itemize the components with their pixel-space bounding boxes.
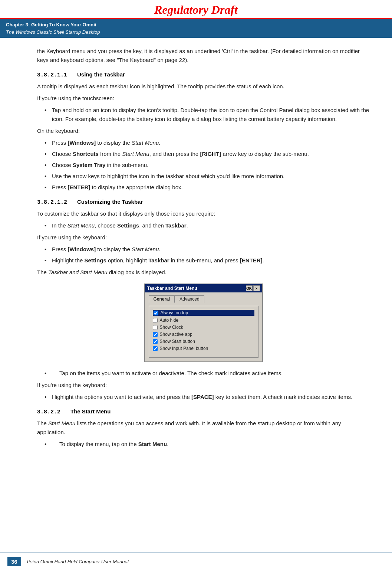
after-dialog-bullets-2: Highlight the options you want to activa…	[45, 393, 370, 402]
section-3823-title: The Start Menu	[70, 408, 111, 415]
section-3823-heading: 3.8.2.2 The Start Menu	[37, 408, 370, 415]
section-3822-para3: The Taskbar and Start Menu dialog box is…	[37, 268, 370, 277]
dialog-container: Taskbar and Start Menu OK × General Adva…	[37, 284, 370, 362]
dialog-body: General Advanced Always on top Auto hide…	[145, 292, 262, 361]
checkbox-show-start-button[interactable]	[153, 339, 158, 344]
bullet-3822-1: In the Start Menu, choose Settings, and …	[45, 221, 370, 230]
section-3822-title: Customizing the Taskbar	[77, 199, 143, 205]
checkbox-label-3: Show Clock	[160, 325, 183, 330]
section-3821-para2: If you're using the touchscreen:	[37, 94, 370, 103]
section-3821-bullets-keyboard: Press [Windows] to display the Start Men…	[45, 138, 370, 192]
page-footer: 36 Psion Omnii Hand-Held Computer User M…	[0, 553, 392, 570]
checkbox-show-input-panel[interactable]	[153, 346, 158, 351]
section-3822-heading: 3.8.2.1.2 Customizing the Taskbar	[37, 199, 370, 206]
checkbox-show-clock[interactable]	[153, 325, 158, 330]
main-content: the Keyboard menu and you press the key,…	[0, 38, 392, 466]
section-3823-bullets: To display the menu, tap on the Start Me…	[45, 440, 370, 449]
bullet-keyboard-3: Choose System Tray in the sub-menu.	[45, 161, 370, 170]
checkbox-row-5[interactable]: Show Start button	[153, 339, 254, 344]
taskbar-dialog: Taskbar and Start Menu OK × General Adva…	[144, 284, 263, 362]
section-3822-para2: If you're using the keyboard:	[37, 233, 370, 242]
checkbox-label-6: Show Input Panel button	[160, 346, 208, 351]
section-3821-title: Using the Taskbar	[77, 71, 125, 78]
bullet-keyboard-2: Choose Shortcuts from the Start Menu, an…	[45, 150, 370, 158]
checkbox-always-on-top[interactable]	[154, 311, 158, 315]
checkbox-row-6[interactable]: Show Input Panel button	[153, 346, 254, 351]
chapter-bar: Chapter 3: Getting To Know Your Omnii Th…	[0, 19, 392, 38]
checkbox-row-3[interactable]: Show Clock	[153, 325, 254, 330]
dialog-title-buttons: OK ×	[246, 285, 260, 291]
after-dialog-bullet-1: Tap on the items you want to activate or…	[45, 369, 370, 378]
bullet-keyboard-1: Press [Windows] to display the Start Men…	[45, 138, 370, 147]
dialog-tabs: General Advanced	[149, 295, 258, 303]
chapter-line1: Chapter 3: Getting To Know Your Omnii	[6, 21, 386, 29]
tab-advanced[interactable]: Advanced	[175, 295, 204, 303]
after-dialog-bullet-2: Highlight the options you want to activa…	[45, 393, 370, 402]
section-3823-number: 3.8.2.2	[37, 409, 60, 415]
chapter-line2: The Windows Classic Shell Startup Deskto…	[6, 29, 386, 36]
bullet-keyboard-4: Use the arrow keys to highlight the icon…	[45, 172, 370, 181]
bullet-3822-2-1: Press [Windows] to display the Start Men…	[45, 245, 370, 254]
after-dialog-bullets: Tap on the items you want to activate or…	[45, 369, 370, 378]
page-number: 36	[7, 557, 21, 566]
bullet-3823-1: To display the menu, tap on the Start Me…	[45, 440, 370, 449]
dialog-ok-title-btn[interactable]: OK	[246, 285, 253, 291]
after-dialog-para: If you're using the keyboard:	[37, 381, 370, 390]
section-3821-heading: 3.8.2.1.1 Using the Taskbar	[37, 71, 370, 78]
checkbox-auto-hide[interactable]	[153, 318, 158, 323]
section-3822-bullets-1: In the Start Menu, choose Settings, and …	[45, 221, 370, 230]
intro-paragraph: the Keyboard menu and you press the key,…	[37, 47, 370, 65]
checkbox-label-4: Show active app	[160, 332, 192, 337]
checkbox-label-1: Always on top	[161, 310, 188, 315]
checkbox-label-2: Auto hide	[160, 318, 179, 323]
section-3822-number: 3.8.2.1.2	[37, 199, 67, 206]
section-3821-para1: A tooltip is displayed as each taskbar i…	[37, 82, 370, 91]
bullet-keyboard-5: Press [ENTER] to display the appropriate…	[45, 183, 370, 192]
section-3821-bullets-touchscreen: Tap and hold on an icon to display the i…	[45, 106, 370, 124]
section-3821-para3: On the keyboard:	[37, 127, 370, 135]
section-3822-para1: To customize the taskbar so that it disp…	[37, 209, 370, 218]
footer-text: Psion Omnii Hand-Held Computer User Manu…	[27, 559, 129, 564]
checkbox-row-1[interactable]: Always on top	[153, 310, 254, 316]
section-3821-number: 3.8.2.1.1	[37, 72, 67, 78]
checkbox-row-2[interactable]: Auto hide	[153, 318, 254, 323]
dialog-close-btn[interactable]: ×	[253, 285, 260, 291]
page-title: Regulatory Draft	[0, 0, 392, 19]
bullet-3822-2-2: Highlight the Settings option, highlight…	[45, 256, 370, 265]
bullet-touchscreen-1: Tap and hold on an icon to display the i…	[45, 106, 370, 124]
section-3822-bullets-2: Press [Windows] to display the Start Men…	[45, 245, 370, 265]
checkbox-show-active-app[interactable]	[153, 332, 158, 337]
checkbox-label-5: Show Start button	[160, 339, 195, 344]
tab-general[interactable]: General	[149, 295, 175, 303]
checkbox-row-4[interactable]: Show active app	[153, 332, 254, 337]
dialog-tab-content: Always on top Auto hide Show Clock Show …	[149, 306, 258, 358]
dialog-title: Taskbar and Start Menu	[147, 286, 197, 291]
dialog-titlebar: Taskbar and Start Menu OK ×	[145, 284, 262, 292]
section-3823-para1: The Start Menu lists the operations you …	[37, 419, 370, 437]
